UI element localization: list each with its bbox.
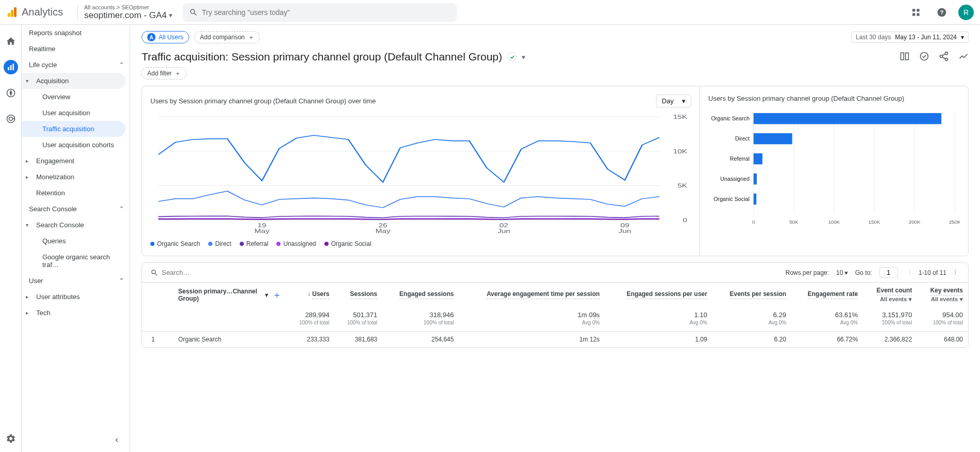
sidebar: Reports snapshot Realtime Life cycle⌃ ▾A… bbox=[22, 25, 130, 452]
chip-add-comparison[interactable]: Add comparison＋ bbox=[194, 31, 260, 43]
col-key-events[interactable]: Key eventsAll events ▾ bbox=[917, 283, 968, 307]
svg-text:0: 0 bbox=[752, 219, 755, 225]
dropdown-arrow-icon: ▾ bbox=[169, 11, 173, 19]
svg-rect-4 bbox=[917, 9, 920, 11]
table-row[interactable]: 1 Organic Search 233,333 381,683 254,645… bbox=[142, 332, 968, 348]
collapse-sidebar-button[interactable] bbox=[109, 432, 125, 448]
svg-rect-57 bbox=[754, 194, 756, 205]
nav-realtime[interactable]: Realtime bbox=[22, 41, 130, 57]
key-events-filter[interactable]: All events ▾ bbox=[931, 296, 963, 303]
legend-item[interactable]: Direct bbox=[208, 240, 231, 247]
svg-point-14 bbox=[9, 117, 12, 121]
breadcrumb: All accounts > SEOptimer bbox=[84, 4, 173, 10]
nav-reports-snapshot[interactable]: Reports snapshot bbox=[22, 25, 130, 41]
date-range-picker[interactable]: Last 30 days May 13 - Jun 11, 2024 ▾ bbox=[851, 32, 969, 43]
reports-icon[interactable] bbox=[4, 60, 18, 74]
col-sessions[interactable]: Sessions bbox=[335, 283, 383, 307]
svg-rect-11 bbox=[12, 64, 14, 70]
page-next[interactable]: 〉 bbox=[954, 268, 960, 277]
nav-acquisition[interactable]: ▾Acquisition bbox=[22, 73, 126, 89]
col-avg-engagement[interactable]: Average engagement time per session bbox=[459, 283, 604, 307]
share-icon[interactable] bbox=[939, 51, 949, 63]
nav-life-cycle[interactable]: Life cycle⌃ bbox=[22, 57, 130, 73]
bar-chart-title: Users by Session primary channel group (… bbox=[708, 95, 904, 102]
search-icon bbox=[189, 8, 198, 17]
nav-monetization[interactable]: ▸Monetization bbox=[22, 169, 130, 185]
chip-all-users[interactable]: AAll Users bbox=[142, 31, 189, 43]
svg-text:Jun: Jun bbox=[497, 228, 510, 235]
table-search-input[interactable] bbox=[162, 269, 248, 276]
caret-right-icon: ▸ bbox=[26, 294, 28, 300]
help-icon[interactable]: ? bbox=[932, 3, 951, 22]
svg-text:250K: 250K bbox=[949, 219, 960, 225]
svg-text:19: 19 bbox=[258, 223, 267, 229]
nav-overview[interactable]: Overview bbox=[22, 89, 130, 105]
plus-icon: ＋ bbox=[175, 69, 181, 78]
legend-item[interactable]: Organic Search bbox=[150, 240, 200, 247]
trend-icon[interactable] bbox=[958, 51, 969, 63]
nav-queries[interactable]: Queries bbox=[22, 233, 130, 249]
svg-text:Referral: Referral bbox=[730, 155, 750, 162]
col-event-count[interactable]: Event countAll events ▾ bbox=[863, 283, 917, 307]
granularity-select[interactable]: Day▾ bbox=[656, 95, 691, 107]
nav-user-acq-cohorts[interactable]: User acquisition cohorts bbox=[22, 137, 130, 153]
property-picker[interactable]: All accounts > SEOptimer seoptimer.com -… bbox=[84, 4, 173, 21]
table-pager: Rows per page: 10 ▾ Go to: 〈 1-10 of 11 … bbox=[786, 267, 960, 278]
nav-user-attributes[interactable]: ▸User attributes bbox=[22, 289, 130, 305]
chip-add-filter[interactable]: Add filter ＋ bbox=[142, 67, 186, 80]
dimension-column-header[interactable]: Session primary…Channel Group) ▾ ＋ bbox=[173, 283, 287, 307]
svg-rect-2 bbox=[14, 7, 17, 17]
nav-engagement[interactable]: ▸Engagement bbox=[22, 153, 130, 169]
goto-input[interactable] bbox=[879, 267, 898, 278]
bar-chart-panel: Users by Session primary channel group (… bbox=[699, 86, 968, 256]
date-range-value: May 13 - Jun 11, 2024 bbox=[895, 34, 957, 41]
nav-google-organic-search[interactable]: Google organic search traf… bbox=[22, 249, 130, 273]
nav-traffic-acquisition[interactable]: Traffic acquisition bbox=[22, 121, 126, 137]
line-chart-legend: Organic SearchDirectReferralUnassignedOr… bbox=[150, 240, 691, 247]
col-engagement-rate[interactable]: Engagement rate bbox=[791, 283, 863, 307]
legend-item[interactable]: Referral bbox=[240, 240, 269, 247]
rows-per-page-label: Rows per page: bbox=[786, 269, 829, 276]
add-dimension-button[interactable]: ＋ bbox=[272, 289, 282, 301]
legend-item[interactable]: Unassigned bbox=[276, 240, 316, 247]
explore-icon[interactable] bbox=[4, 86, 18, 100]
col-engaged-per-user[interactable]: Engaged sessions per user bbox=[605, 283, 712, 307]
search-box[interactable] bbox=[183, 3, 457, 22]
table-search[interactable] bbox=[150, 269, 786, 277]
rows-per-page-select[interactable]: 10 ▾ bbox=[836, 269, 848, 276]
advertising-icon[interactable] bbox=[4, 112, 18, 126]
col-engaged-sessions[interactable]: Engaged sessions bbox=[382, 283, 459, 307]
dropdown-arrow-icon[interactable]: ▾ bbox=[522, 53, 525, 61]
status-check-icon[interactable] bbox=[507, 52, 517, 61]
apps-icon[interactable] bbox=[907, 3, 925, 22]
svg-text:Jun: Jun bbox=[618, 228, 631, 235]
event-count-filter[interactable]: All events ▾ bbox=[880, 296, 912, 303]
svg-point-20 bbox=[945, 58, 948, 60]
svg-rect-53 bbox=[754, 153, 763, 164]
nav-user-acquisition[interactable]: User acquisition bbox=[22, 105, 130, 121]
home-icon[interactable] bbox=[4, 34, 18, 49]
nav-tech[interactable]: ▸Tech bbox=[22, 305, 130, 321]
legend-item[interactable]: Organic Social bbox=[324, 240, 371, 247]
compare-icon[interactable] bbox=[899, 51, 910, 63]
dropdown-arrow-icon: ▾ bbox=[682, 97, 686, 105]
insights-icon[interactable] bbox=[919, 51, 929, 63]
search-input[interactable] bbox=[202, 8, 450, 17]
svg-text:15K: 15K bbox=[673, 114, 688, 120]
svg-text:Organic Social: Organic Social bbox=[713, 196, 750, 202]
nav-user[interactable]: User⌃ bbox=[22, 273, 130, 289]
svg-rect-0 bbox=[8, 13, 10, 17]
svg-text:May: May bbox=[255, 228, 270, 235]
nav-retention[interactable]: Retention bbox=[22, 185, 130, 201]
nav-search-console-sub[interactable]: ▾Search Console bbox=[22, 217, 130, 233]
admin-gear-icon[interactable] bbox=[4, 431, 18, 446]
page-prev[interactable]: 〈 bbox=[905, 268, 911, 277]
col-events-per-session[interactable]: Events per session bbox=[712, 283, 791, 307]
col-users[interactable]: ↓ Users bbox=[287, 283, 335, 307]
avatar[interactable]: R bbox=[958, 5, 974, 20]
svg-rect-1 bbox=[11, 10, 13, 17]
svg-text:Unassigned: Unassigned bbox=[720, 176, 750, 182]
svg-rect-6 bbox=[917, 13, 920, 15]
caret-right-icon: ▸ bbox=[26, 174, 28, 180]
nav-search-console[interactable]: Search Console⌃ bbox=[22, 201, 130, 217]
